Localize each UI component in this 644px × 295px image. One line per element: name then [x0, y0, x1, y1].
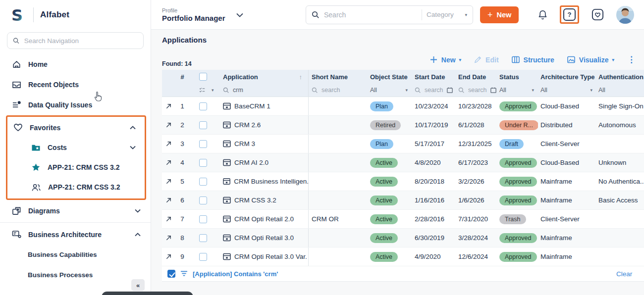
sidebar-item-data-quality-issues[interactable]: Data Quality Issues	[0, 95, 151, 115]
sidebar-item-business-capabilities[interactable]: Business Capabilities	[0, 245, 151, 265]
notifications-button[interactable]	[537, 9, 548, 20]
sidebar-search[interactable]	[7, 32, 144, 49]
avatar-photo	[616, 6, 634, 24]
sidebar-item-business-architecture[interactable]: Business Architecture	[0, 224, 151, 245]
filter-architecture-type[interactable]: All ▾	[538, 84, 596, 97]
navigation-search-input[interactable]	[24, 37, 138, 45]
chevron-down-icon[interactable]	[236, 10, 243, 19]
column-header-short-name[interactable]: Short Name	[309, 70, 367, 84]
table-row[interactable]: 3CRM 3Plan5/17/201712/31/2025DraftClient…	[162, 135, 644, 153]
global-search-input[interactable]	[324, 11, 417, 19]
column-header-number[interactable]: #	[175, 70, 190, 84]
sidebar-item-costs[interactable]: Costs	[7, 138, 145, 157]
filter-object-state[interactable]: All ▾	[367, 84, 412, 97]
chevron-up-icon[interactable]	[135, 233, 141, 237]
sidebar-collapse-button[interactable]: «	[131, 279, 145, 291]
application-icon	[223, 234, 231, 242]
clear-filter-link[interactable]: Clear	[616, 270, 632, 278]
authentication	[596, 229, 644, 247]
toolbar-structure-button[interactable]: Structure	[512, 56, 554, 64]
row-checkbox[interactable]	[199, 215, 207, 223]
row-checkbox[interactable]	[199, 178, 207, 186]
row-checkbox[interactable]	[199, 140, 207, 148]
sidebar-item-label: Diagrams	[28, 207, 60, 215]
table-row[interactable]: 7CRM Opti Retail 2.0CRM ORActive2/28/201…	[162, 210, 644, 229]
row-checkbox[interactable]	[199, 121, 207, 129]
column-header-start-date[interactable]: Start Date	[412, 70, 455, 84]
column-header-authentication[interactable]: Authentication	[596, 70, 644, 84]
toolbar-structure-label: Structure	[524, 56, 554, 64]
end-date: 12/6/2024	[455, 247, 497, 266]
sidebar-item-diagrams[interactable]: Diagrams	[0, 200, 151, 221]
applications-table: # Application ↑ Short Name Object State …	[162, 70, 644, 282]
filter-active-checkbox[interactable]	[167, 270, 175, 278]
toolbar-visualize-button[interactable]: Visualize ▾	[567, 56, 614, 64]
inbox-icon	[12, 80, 21, 89]
favorites-panel-button[interactable]	[591, 8, 604, 21]
open-object-icon[interactable]	[165, 197, 172, 203]
table-row[interactable]: 5CRM Business Intelligen...Active8/20/20…	[162, 172, 644, 191]
sidebar-item-recent-objects[interactable]: Recent Objects	[0, 74, 151, 95]
sidebar-item-favorite-app[interactable]: APP-21: CRM CSS 3.2	[7, 157, 145, 177]
sidebar-item-home[interactable]: Home	[0, 54, 151, 74]
architecture-type: Mainframe	[538, 229, 596, 247]
sort-ascending-icon[interactable]: ↑	[299, 73, 303, 81]
table-row[interactable]: 1BaseCRM 1Plan10/23/202410/23/2028Approv…	[162, 97, 644, 116]
user-avatar[interactable]	[616, 6, 634, 24]
caret-down-icon: ▾	[612, 57, 614, 62]
toolbar-new-button[interactable]: New ▾	[430, 56, 461, 64]
filter-start-date[interactable]: search	[412, 84, 455, 97]
sidebar-item-business-processes[interactable]: Business Processes	[0, 265, 151, 285]
new-button[interactable]: + New	[480, 6, 519, 23]
column-header-end-date[interactable]: End Date	[455, 70, 497, 84]
row-number: 5	[175, 172, 190, 191]
selection-filter-control[interactable]: ▾	[162, 84, 219, 97]
column-header-object-state[interactable]: Object State	[367, 70, 412, 84]
chevron-down-icon[interactable]	[135, 209, 141, 213]
table-row[interactable]: 6CRM CSS 3.2Active1/16/20161/6/2026Appro…	[162, 191, 644, 210]
sidebar-item-favorites[interactable]: Favorites	[7, 117, 145, 138]
filter-status[interactable]: All ▾	[497, 84, 538, 97]
row-checkbox[interactable]	[199, 159, 207, 167]
topbar: Profile Portfolio Manager Category ▾ + N…	[151, 0, 644, 30]
row-checkbox[interactable]	[199, 197, 207, 204]
open-object-icon[interactable]	[165, 103, 172, 109]
open-object-icon[interactable]	[165, 178, 172, 185]
start-date: 2/28/2016	[412, 210, 455, 228]
column-header-architecture-type[interactable]: Architecture Type	[538, 70, 596, 84]
help-highlight-box: ?	[560, 5, 579, 24]
filter-end-date[interactable]: search	[455, 84, 497, 97]
toolbar-edit-button[interactable]: Edit	[474, 56, 498, 64]
calendar-icon[interactable]	[490, 87, 496, 93]
table-row[interactable]: 4CRM AI 2.0Active4/8/20206/17/2023Approv…	[162, 153, 644, 172]
table-row[interactable]: 9CRM Opti Retail 3.0 Var.Active4/9/20201…	[162, 247, 644, 266]
chevron-down-icon[interactable]	[130, 146, 136, 149]
open-object-icon[interactable]	[165, 122, 172, 128]
object-state-badge: Active	[370, 196, 398, 205]
chevron-up-icon[interactable]	[130, 126, 136, 130]
calendar-icon[interactable]	[447, 87, 453, 93]
help-button[interactable]: ?	[563, 8, 576, 21]
global-search[interactable]: Category ▾	[306, 5, 473, 24]
filter-authentication[interactable]: All	[596, 84, 644, 97]
table-row[interactable]: 8CRM Opti Retail 3.0Active6/30/20193/28/…	[162, 229, 644, 247]
open-object-icon[interactable]	[165, 253, 172, 260]
row-checkbox[interactable]	[199, 234, 207, 242]
filter-short-name[interactable]: search	[309, 84, 367, 97]
filter-application[interactable]: crm	[219, 84, 309, 97]
application-icon	[223, 215, 231, 223]
table-row[interactable]: 2CRM 2.6Retired10/17/20196/1/2028Under R…	[162, 116, 644, 135]
select-all-checkbox[interactable]	[199, 73, 207, 81]
open-object-icon[interactable]	[165, 159, 172, 166]
toolbar-more-button[interactable]: ⋮	[627, 54, 636, 65]
row-checkbox[interactable]	[199, 253, 207, 261]
category-dropdown[interactable]: Category ▾	[427, 11, 467, 18]
column-header-application[interactable]: Application ↑	[219, 70, 309, 84]
open-object-icon[interactable]	[165, 235, 172, 241]
profile-selector[interactable]: Profile Portfolio Manager	[162, 7, 261, 22]
row-checkbox[interactable]	[199, 102, 207, 110]
open-object-icon[interactable]	[165, 141, 172, 147]
column-header-status[interactable]: Status	[497, 70, 538, 84]
sidebar-item-favorite-app-shared[interactable]: APP-21: CRM CSS 3.2	[7, 177, 145, 197]
open-object-icon[interactable]	[165, 216, 172, 222]
